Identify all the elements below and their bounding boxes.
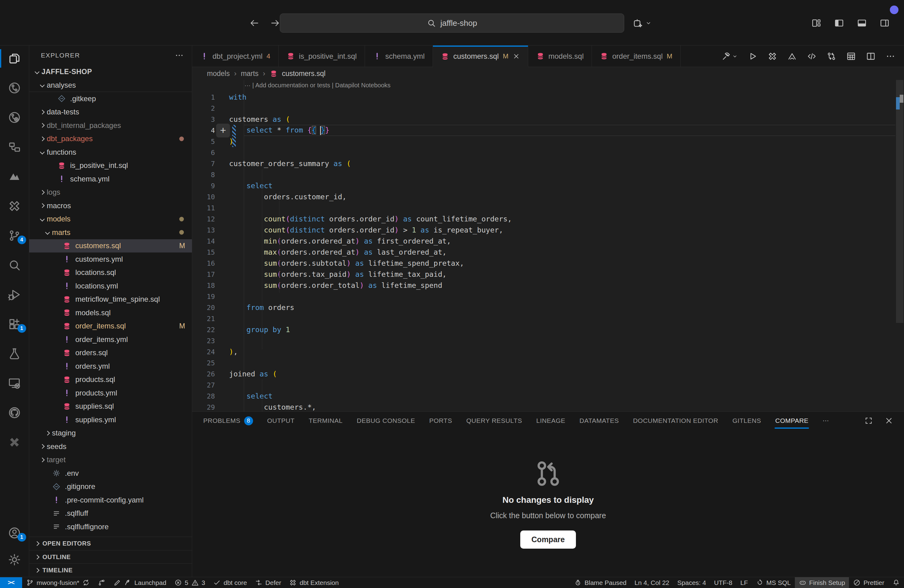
panel-tab[interactable]: DEBUG CONSOLE bbox=[357, 417, 415, 424]
tree-item[interactable]: .sqlfluff bbox=[29, 507, 192, 520]
dbt-power-user[interactable] bbox=[0, 199, 29, 213]
breadcrumb-file[interactable]: customers.sql bbox=[282, 70, 326, 78]
build-action[interactable] bbox=[721, 51, 738, 61]
github[interactable] bbox=[0, 406, 29, 419]
panel-tab[interactable]: OUTPUT bbox=[267, 417, 295, 424]
tree-item[interactable]: dbt_packages bbox=[29, 132, 192, 146]
panel-tab[interactable]: PORTS bbox=[429, 417, 452, 424]
search[interactable] bbox=[0, 258, 29, 272]
panel-tab[interactable]: QUERY RESULTS bbox=[466, 417, 522, 424]
dbt-extension-status[interactable]: dbt Extension bbox=[285, 577, 343, 588]
dbt-power-user-action[interactable] bbox=[768, 51, 777, 61]
compare-button[interactable]: Compare bbox=[520, 531, 575, 548]
problems-status[interactable]: 5 3 bbox=[170, 577, 209, 588]
tree-item[interactable]: orders.sql bbox=[29, 346, 192, 360]
tree-item[interactable]: staging bbox=[29, 427, 192, 440]
tree-item[interactable]: orders.yml bbox=[29, 359, 192, 373]
close-icon[interactable] bbox=[512, 52, 520, 60]
panel-tab[interactable]: GITLENS bbox=[732, 417, 761, 424]
testing[interactable] bbox=[0, 347, 29, 360]
run-action[interactable] bbox=[748, 51, 758, 61]
tree-item[interactable]: macros bbox=[29, 199, 192, 212]
defer-status[interactable]: Defer bbox=[251, 577, 285, 588]
add-icon[interactable]: + bbox=[216, 123, 230, 138]
remote-indicator[interactable]: >< bbox=[0, 577, 22, 588]
toggle-panel-icon[interactable] bbox=[857, 18, 867, 28]
tree-item[interactable]: metricflow_time_spine.sql bbox=[29, 293, 192, 306]
git-graph-alt[interactable] bbox=[0, 111, 29, 124]
toggle-secondary-sidebar-icon[interactable] bbox=[879, 18, 890, 28]
language-mode[interactable]: MS SQL bbox=[752, 577, 795, 588]
split-editor-action[interactable] bbox=[866, 51, 876, 61]
tree-item[interactable]: .gitkeep bbox=[29, 92, 192, 106]
settings[interactable] bbox=[0, 553, 29, 566]
tree-item[interactable]: models.sql bbox=[29, 306, 192, 319]
editor-tab[interactable]: customers.sql M bbox=[433, 46, 528, 67]
tree-item[interactable]: JAFFLE-SHOP bbox=[29, 65, 192, 79]
panel-tab[interactable]: TERMINAL bbox=[309, 417, 343, 424]
tree-item[interactable]: marts bbox=[29, 226, 192, 239]
breadcrumb-folder[interactable]: marts bbox=[241, 70, 259, 78]
compiled-code-action[interactable] bbox=[807, 51, 817, 61]
tree-item[interactable]: products.sql bbox=[29, 373, 192, 387]
command-center-search[interactable]: jaffle-shop bbox=[280, 14, 624, 33]
panel-tab[interactable]: DOCUMENTATION EDITOR bbox=[633, 417, 718, 424]
tree-item[interactable]: .env bbox=[29, 466, 192, 480]
maximize-panel-icon[interactable] bbox=[864, 416, 873, 425]
git-graph[interactable] bbox=[0, 81, 29, 95]
editor-tab[interactable]: is_positive_int.sql bbox=[278, 46, 365, 67]
prettier-status[interactable]: Prettier bbox=[849, 577, 888, 588]
tree-item[interactable]: supplies.yml bbox=[29, 413, 192, 427]
editor-scrollbar[interactable] bbox=[895, 80, 904, 411]
more-actions[interactable] bbox=[885, 51, 895, 61]
cursor-position[interactable]: Ln 4, Col 22 bbox=[631, 577, 673, 588]
tree-item[interactable]: logs bbox=[29, 186, 192, 199]
run-and-debug[interactable] bbox=[0, 288, 29, 301]
git-graph-status[interactable] bbox=[94, 577, 109, 588]
accounts[interactable]: 1 bbox=[0, 526, 29, 540]
tree-item[interactable]: functions bbox=[29, 145, 192, 159]
copilot-setup[interactable]: Finish Setup bbox=[795, 577, 849, 588]
tree-item[interactable]: models bbox=[29, 212, 192, 226]
extensions[interactable]: 1 bbox=[0, 318, 29, 331]
dbt-action[interactable] bbox=[787, 51, 797, 61]
tree-item[interactable]: dbt_internal_packages bbox=[29, 119, 192, 132]
back-icon[interactable] bbox=[249, 18, 259, 28]
editor-tab[interactable]: schema.yml bbox=[365, 46, 433, 67]
dbt[interactable] bbox=[0, 435, 29, 449]
editor-tab[interactable]: dbt_project.yml 4 bbox=[192, 46, 278, 67]
copilot-button[interactable] bbox=[633, 18, 652, 28]
remote-explorer[interactable] bbox=[0, 376, 29, 390]
sidebar-section-header[interactable]: OUTLINE bbox=[29, 550, 192, 564]
sidebar-section-header[interactable]: TIMELINE bbox=[29, 563, 192, 577]
tree-item[interactable]: analyses bbox=[29, 79, 192, 92]
tree-item[interactable]: supplies.sql bbox=[29, 400, 192, 413]
panel-tab[interactable]: LINEAGE bbox=[536, 417, 566, 424]
tree-item[interactable]: .gitignore bbox=[29, 480, 192, 493]
launchpad-status[interactable]: Launchpad bbox=[109, 577, 170, 588]
customize-layout-icon[interactable] bbox=[811, 18, 822, 28]
tree-item[interactable]: products.yml bbox=[29, 386, 192, 400]
lineage[interactable] bbox=[0, 140, 29, 154]
sidebar-section-header[interactable]: OPEN EDITORS bbox=[29, 537, 192, 550]
explorer[interactable] bbox=[0, 52, 29, 65]
git-compare-action[interactable] bbox=[827, 51, 836, 61]
tree-item[interactable]: target bbox=[29, 453, 192, 467]
editor-tab[interactable]: models.sql bbox=[528, 46, 592, 67]
panel-tab[interactable]: DATAMATES bbox=[580, 417, 619, 424]
panel-tab[interactable]: PROBLEMS 8 bbox=[203, 416, 253, 425]
tree-item[interactable]: order_items.sql M bbox=[29, 319, 192, 333]
tree-item[interactable]: .pre-commit-config.yaml bbox=[29, 493, 192, 507]
dbt-core-status[interactable]: dbt core bbox=[209, 577, 251, 588]
panel-tab[interactable]: ⋯ bbox=[822, 417, 829, 424]
code-editor[interactable]: ··· | Add documentation or tests | Datap… bbox=[192, 80, 904, 411]
tree-item[interactable]: order_items.yml bbox=[29, 333, 192, 346]
query-results-action[interactable] bbox=[846, 51, 856, 61]
tree-item[interactable]: is_positive_int.sql bbox=[29, 159, 192, 172]
tree-item[interactable]: schema.yml bbox=[29, 172, 192, 186]
eol[interactable]: LF bbox=[736, 577, 752, 588]
tree-item[interactable]: seeds bbox=[29, 440, 192, 453]
tree-item[interactable]: locations.sql bbox=[29, 266, 192, 280]
datafold[interactable] bbox=[0, 170, 29, 183]
notifications[interactable] bbox=[888, 577, 904, 588]
